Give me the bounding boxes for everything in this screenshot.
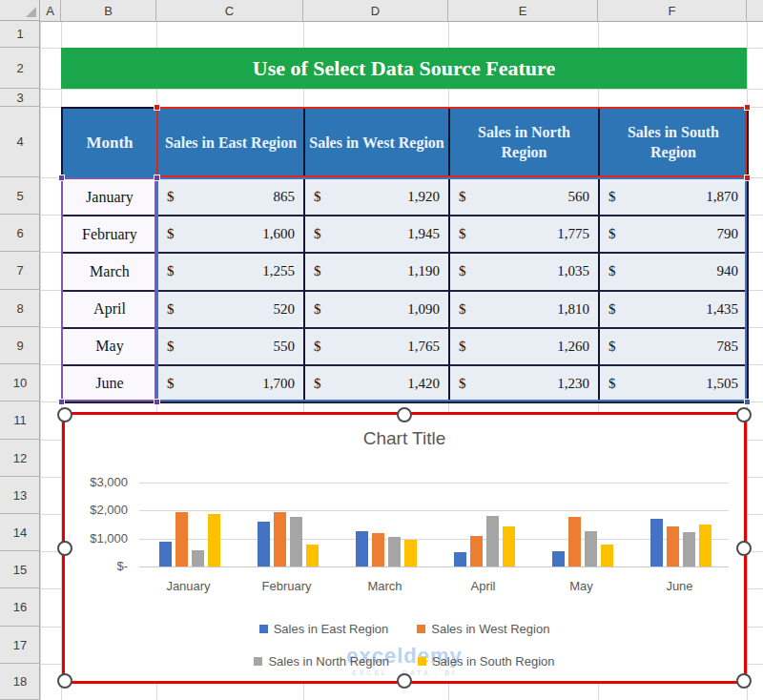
range-handle[interactable] <box>58 399 65 405</box>
bar-sales-in-north-region[interactable] <box>683 532 695 566</box>
row-header-7[interactable]: 7 <box>0 252 40 290</box>
range-handle[interactable] <box>58 175 65 181</box>
table-cell-value[interactable]: $1,230 <box>450 366 600 403</box>
row-header-18[interactable]: 18 <box>0 664 40 700</box>
table-cell-month[interactable]: February <box>63 216 158 254</box>
table-cell-month[interactable]: June <box>63 366 158 403</box>
chart-resize-handle-middle-right[interactable] <box>736 541 752 556</box>
title-banner[interactable]: Use of Select Data Source Feature <box>61 48 747 89</box>
x-axis-category-label[interactable]: March <box>337 579 434 593</box>
table-header-month[interactable]: Month <box>63 109 158 179</box>
range-handle[interactable] <box>744 175 751 181</box>
bar-sales-in-west-region[interactable] <box>667 526 679 566</box>
table-cell-value[interactable]: $790 <box>600 216 749 254</box>
chart-resize-handle-top-right[interactable] <box>736 407 752 422</box>
bar-sales-in-west-region[interactable] <box>568 517 581 566</box>
row-header-15[interactable]: 15 <box>0 551 40 588</box>
chart-resize-handle-middle-left[interactable] <box>57 541 72 556</box>
bar-sales-in-north-region[interactable] <box>486 516 499 566</box>
x-axis-category-label[interactable]: June <box>631 579 729 593</box>
chart-resize-handle-top-middle[interactable] <box>397 407 412 422</box>
legend-item-sales-in-west-region[interactable]: Sales in West Region <box>417 622 549 636</box>
table-cell-value[interactable]: $1,090 <box>305 292 450 329</box>
column-header-b[interactable]: B <box>61 0 156 21</box>
row-header-17[interactable]: 17 <box>0 627 40 664</box>
column-header-d[interactable]: D <box>303 0 448 21</box>
y-axis-tick-label[interactable]: $2,000 <box>69 503 128 517</box>
table-cell-value[interactable]: $1,505 <box>600 366 749 403</box>
table-cell-value[interactable]: $785 <box>600 329 749 366</box>
table-cell-value[interactable]: $550 <box>158 329 305 366</box>
bar-sales-in-east-region[interactable] <box>258 522 270 566</box>
table-cell-value[interactable]: $1,765 <box>305 329 450 366</box>
bar-sales-in-north-region[interactable] <box>388 537 401 566</box>
bar-sales-in-south-region[interactable] <box>208 514 220 566</box>
row-header-13[interactable]: 13 <box>0 477 40 514</box>
range-handle[interactable] <box>154 175 160 181</box>
row-header-3[interactable]: 3 <box>0 89 40 107</box>
table-cell-month[interactable]: May <box>63 329 158 366</box>
table-cell-value[interactable]: $1,920 <box>305 179 450 216</box>
embedded-bar-chart[interactable]: exceldemy EXCEL · DATA · BI Chart Title … <box>62 412 747 684</box>
bar-sales-in-west-region[interactable] <box>372 533 384 566</box>
table-cell-month[interactable]: January <box>63 179 158 216</box>
y-axis-tick-label[interactable]: $3,000 <box>69 475 128 489</box>
bar-sales-in-east-region[interactable] <box>356 531 368 566</box>
table-cell-value[interactable]: $1,435 <box>600 292 749 329</box>
column-header-e[interactable]: E <box>448 0 598 21</box>
column-header-a[interactable]: A <box>40 0 61 21</box>
table-cell-value[interactable]: $1,190 <box>305 254 450 291</box>
select-all-corner[interactable] <box>0 0 40 21</box>
row-header-6[interactable]: 6 <box>0 215 40 252</box>
bar-sales-in-north-region[interactable] <box>585 531 597 566</box>
table-cell-value[interactable]: $560 <box>450 179 600 216</box>
range-handle[interactable] <box>744 399 751 405</box>
table-cell-value[interactable]: $1,700 <box>158 366 305 403</box>
range-handle[interactable] <box>744 104 751 111</box>
row-header-10[interactable]: 10 <box>0 364 40 401</box>
table-cell-value[interactable]: $1,945 <box>305 216 450 254</box>
row-header-12[interactable]: 12 <box>0 440 40 477</box>
column-header-c[interactable]: C <box>156 0 303 21</box>
chart-resize-handle-top-left[interactable] <box>57 407 72 422</box>
row-header-14[interactable]: 14 <box>0 514 40 551</box>
chart-resize-handle-bottom-middle[interactable] <box>397 673 412 689</box>
x-axis-category-label[interactable]: April <box>435 579 532 593</box>
row-header-11[interactable]: 11 <box>0 401 40 440</box>
row-header-4[interactable]: 4 <box>0 107 40 177</box>
legend-item-sales-in-east-region[interactable]: Sales in East Region <box>259 622 389 636</box>
table-cell-value[interactable]: $520 <box>158 292 305 329</box>
row-header-9[interactable]: 9 <box>0 327 40 364</box>
bar-sales-in-north-region[interactable] <box>192 550 204 566</box>
legend-item-sales-in-north-region[interactable]: Sales in North Region <box>254 654 388 669</box>
table-cell-value[interactable]: $1,260 <box>450 329 600 366</box>
chart-resize-handle-bottom-right[interactable] <box>736 673 752 689</box>
bar-sales-in-west-region[interactable] <box>274 512 286 566</box>
table-header-series-1[interactable]: Sales in East Region <box>158 109 305 179</box>
table-header-series-2[interactable]: Sales in West Region <box>305 109 450 179</box>
bar-sales-in-north-region[interactable] <box>290 517 302 566</box>
table-header-series-3[interactable]: Sales in North Region <box>450 109 600 179</box>
y-axis-tick-label[interactable]: $- <box>69 559 128 573</box>
chart-resize-handle-bottom-left[interactable] <box>57 673 72 689</box>
table-cell-value[interactable]: $865 <box>158 179 305 216</box>
column-header-f[interactable]: F <box>598 0 747 21</box>
table-cell-value[interactable]: $1,600 <box>158 216 305 254</box>
bar-sales-in-south-region[interactable] <box>503 526 515 566</box>
row-header-2[interactable]: 2 <box>0 48 40 89</box>
bar-sales-in-south-region[interactable] <box>306 545 319 566</box>
chart-title[interactable]: Chart Title <box>65 428 744 449</box>
range-handle[interactable] <box>154 399 160 405</box>
range-handle[interactable] <box>154 104 160 111</box>
table-cell-value[interactable]: $1,035 <box>450 254 600 291</box>
table-cell-value[interactable]: $1,775 <box>450 216 600 254</box>
table-cell-value[interactable]: $1,420 <box>305 366 450 403</box>
table-cell-value[interactable]: $940 <box>600 254 749 291</box>
bar-sales-in-south-region[interactable] <box>404 540 417 566</box>
table-cell-month[interactable]: March <box>63 254 158 291</box>
row-header-5[interactable]: 5 <box>0 177 40 215</box>
row-header-16[interactable]: 16 <box>0 588 40 627</box>
table-cell-value[interactable]: $1,810 <box>450 292 600 329</box>
y-axis-tick-label[interactable]: $1,000 <box>69 531 128 546</box>
bar-sales-in-east-region[interactable] <box>454 552 466 566</box>
